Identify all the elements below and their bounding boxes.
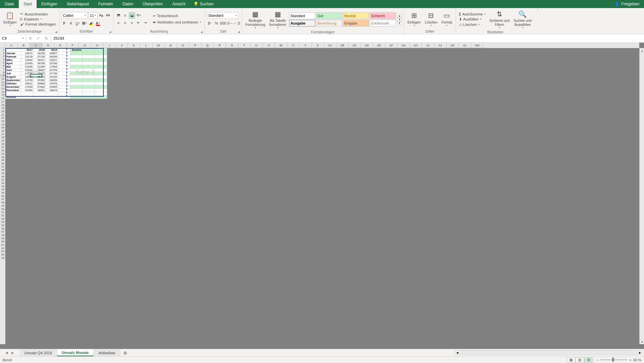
font-size-combo[interactable]: 11▾ bbox=[88, 12, 98, 19]
tab-datei[interactable]: Datei bbox=[0, 0, 19, 8]
column-header-U[interactable]: U bbox=[250, 43, 263, 48]
column-header-I[interactable]: I bbox=[103, 43, 116, 48]
column-header-W[interactable]: W bbox=[275, 43, 287, 48]
styles-scroll-down[interactable]: ▾ bbox=[397, 17, 402, 21]
cell[interactable]: 27682 bbox=[33, 85, 46, 89]
scroll-up-button[interactable]: ▴ bbox=[640, 48, 644, 53]
conditional-formatting-button[interactable]: ▦ Bedingte Formatierung▾ bbox=[244, 9, 267, 30]
cell[interactable] bbox=[95, 62, 107, 65]
cell[interactable]: 15376 bbox=[46, 82, 58, 85]
cell[interactable]: 2018 bbox=[33, 48, 46, 52]
column-header-J[interactable]: J bbox=[116, 43, 128, 48]
cell[interactable] bbox=[70, 62, 83, 65]
cell[interactable]: August bbox=[6, 75, 21, 79]
cell[interactable] bbox=[46, 95, 58, 98]
row-header-21[interactable]: 21 bbox=[0, 113, 5, 117]
row-header-56[interactable]: 56 bbox=[0, 227, 5, 231]
cell[interactable]: 21465 bbox=[21, 65, 34, 69]
column-header-F[interactable]: F bbox=[67, 43, 79, 48]
row-header-65[interactable]: 65 bbox=[0, 256, 5, 260]
cell[interactable] bbox=[70, 89, 83, 92]
cell[interactable] bbox=[58, 82, 70, 85]
row-header-38[interactable]: 38 bbox=[0, 168, 5, 172]
column-header-AF[interactable]: AF bbox=[385, 43, 398, 48]
style-gut[interactable]: Gut bbox=[316, 12, 342, 19]
row-header-55[interactable]: 55 bbox=[0, 224, 5, 227]
cell[interactable] bbox=[95, 55, 107, 58]
column-header-T[interactable]: T bbox=[238, 43, 251, 48]
column-header-AC[interactable]: AC bbox=[349, 43, 361, 48]
tab-daten[interactable]: Daten bbox=[118, 0, 138, 8]
cell[interactable] bbox=[82, 79, 95, 82]
styles-scroll-up[interactable]: ▴ bbox=[397, 14, 402, 17]
row-header-53[interactable]: 53 bbox=[0, 217, 5, 221]
cell[interactable] bbox=[82, 92, 95, 95]
add-sheet-button[interactable]: ⊕ bbox=[120, 349, 130, 356]
zoom-in-button[interactable]: + bbox=[629, 358, 631, 362]
cell[interactable]: 15392 bbox=[33, 79, 46, 82]
cell[interactable]: 17934 bbox=[21, 85, 34, 89]
row-header-40[interactable]: 40 bbox=[0, 175, 5, 178]
percent-button[interactable]: % bbox=[214, 20, 220, 26]
increase-decimal-button[interactable]: .0→ bbox=[227, 20, 233, 26]
scroll-left-button[interactable]: ◀ bbox=[455, 351, 460, 355]
align-left-button[interactable]: ≡ bbox=[116, 20, 122, 26]
cell[interactable] bbox=[21, 95, 34, 98]
cell[interactable]: Dezember bbox=[6, 89, 21, 92]
cell[interactable] bbox=[70, 65, 83, 69]
row-header-15[interactable]: 15 bbox=[0, 94, 5, 97]
row-header-8[interactable]: 8 bbox=[0, 71, 5, 74]
column-header-AK[interactable]: AK bbox=[447, 43, 459, 48]
cell[interactable]: März bbox=[6, 58, 21, 62]
column-header-AB[interactable]: AB bbox=[336, 43, 349, 48]
row-header-42[interactable]: 42 bbox=[0, 182, 5, 185]
cell[interactable] bbox=[82, 55, 95, 58]
cell[interactable]: 2017 bbox=[21, 48, 34, 52]
wrap-text-button[interactable]: ↩Textumbruch bbox=[152, 13, 202, 18]
cell[interactable] bbox=[58, 95, 70, 98]
column-header-Q[interactable]: Q bbox=[201, 43, 214, 48]
sheet-nav-prev[interactable]: ◀ bbox=[5, 351, 8, 355]
cell[interactable] bbox=[82, 75, 95, 79]
cell[interactable] bbox=[58, 89, 70, 92]
row-header-23[interactable]: 23 bbox=[0, 120, 5, 123]
row-header-4[interactable]: 4 bbox=[0, 58, 5, 61]
italic-button[interactable]: K bbox=[68, 20, 74, 26]
name-box[interactable]: C9▾ bbox=[0, 34, 26, 42]
cell[interactable]: 18614 bbox=[46, 89, 58, 92]
cell[interactable] bbox=[95, 65, 107, 69]
column-header-G[interactable]: G bbox=[79, 43, 91, 48]
row-header-22[interactable]: 22 bbox=[0, 116, 5, 120]
find-select-button[interactable]: 🔍Suchen und Auswählen▾ bbox=[512, 9, 533, 30]
cell[interactable]: 18411 bbox=[33, 58, 46, 62]
zoom-out-button[interactable]: − bbox=[596, 358, 598, 362]
cell[interactable]: 21728 bbox=[46, 69, 58, 72]
column-header-X[interactable]: X bbox=[287, 43, 300, 48]
cell[interactable]: Februar bbox=[6, 55, 21, 58]
cell[interactable]: Summe bbox=[6, 95, 21, 98]
enter-formula-button[interactable]: ✓ bbox=[34, 36, 42, 41]
cell[interactable] bbox=[33, 92, 46, 95]
cell[interactable] bbox=[70, 58, 83, 62]
cell[interactable]: 25193 bbox=[33, 75, 46, 79]
worksheet-grid[interactable]: ABCDEFGHIJKLMNOPQRSTUVWXYZAAABACADAEAFAG… bbox=[0, 43, 644, 349]
row-header-51[interactable]: 51 bbox=[0, 211, 5, 214]
column-header-AL[interactable]: AL bbox=[459, 43, 471, 48]
cell[interactable] bbox=[82, 48, 95, 52]
fill-color-button[interactable]: ◢▾ bbox=[88, 20, 94, 26]
row-header-25[interactable]: 25 bbox=[0, 126, 5, 130]
cell[interactable]: 17504 bbox=[46, 65, 58, 69]
row-header-47[interactable]: 47 bbox=[0, 198, 5, 201]
font-color-button[interactable]: A▾ bbox=[95, 20, 101, 26]
style-neutral[interactable]: Neutral bbox=[343, 12, 369, 19]
column-header-A[interactable]: A bbox=[5, 43, 18, 48]
column-header-B[interactable]: B bbox=[18, 43, 30, 48]
alignment-launcher[interactable]: ◢ bbox=[200, 30, 202, 33]
style-schlecht[interactable]: Schlecht bbox=[370, 12, 396, 19]
cell[interactable] bbox=[82, 52, 95, 55]
cell[interactable]: Januar bbox=[6, 52, 21, 55]
cell-styles-gallery[interactable]: Standard Gut Neutral Schlecht Ausgabe Be… bbox=[289, 12, 396, 27]
select-all-corner[interactable] bbox=[0, 43, 5, 48]
bold-button[interactable]: F bbox=[61, 20, 67, 26]
cell[interactable]: 11743 bbox=[21, 79, 34, 82]
